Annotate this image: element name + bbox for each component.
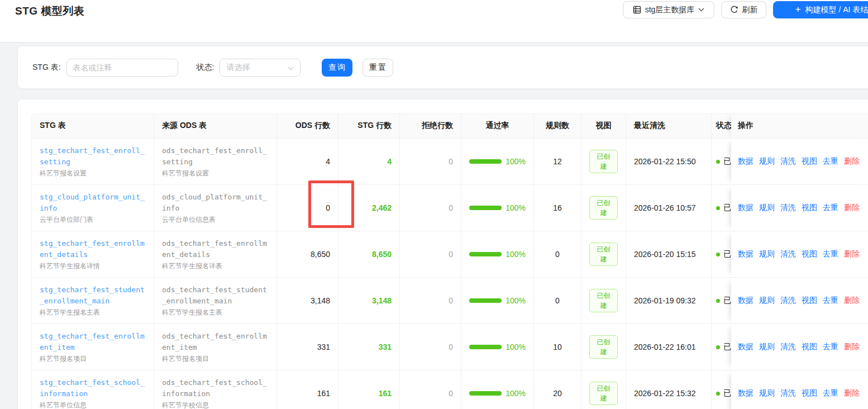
action-clean-link[interactable]: 清洗 [780,388,796,397]
ods-row-count: 3,148 [277,278,338,324]
database-icon [633,6,641,14]
action-data-link[interactable]: 数据 [738,296,753,305]
action-data-link[interactable]: 数据 [738,156,753,165]
database-selector-button[interactable]: stg层主数据库 [623,1,714,18]
action-view-link[interactable]: 视图 [802,342,817,351]
status-text: 已 [723,203,731,212]
col-header-rule-count: 规则数 [534,113,581,139]
table-row: stg_techart_fest_enroll_setting 科艺节报名设置 … [31,139,868,185]
table-card: STG 表 来源 ODS 表 ODS 行数 STG 行数 拒绝行数 通过率 规则… [17,99,868,409]
action-data-link[interactable]: 数据 [738,388,753,397]
stg-row-count: 161 [338,370,400,409]
action-dedupe-link[interactable]: 去重 [823,249,838,258]
action-view-link[interactable]: 视图 [802,156,817,165]
action-rules-link[interactable]: 规则 [759,296,775,305]
last-cleaned-time: 2026-01-19 09:32 [626,278,712,324]
stg-table-comment: 科艺节报名设置 [40,169,146,178]
action-data-link[interactable]: 数据 [738,249,753,258]
stg-row-count: 2,462 [338,185,400,231]
action-delete-link[interactable]: 删除 [844,296,860,305]
action-view-link[interactable]: 视图 [802,388,817,397]
status-text: 已 [723,342,731,351]
col-header-actions: 操作 [731,113,868,139]
action-delete-link[interactable]: 删除 [844,203,860,212]
action-dedupe-link[interactable]: 去重 [823,156,838,165]
action-view-link[interactable]: 视图 [802,203,817,212]
view-created-tag: 已创建 [589,382,618,405]
status-dot-icon [716,253,720,256]
pass-rate-value: 100% [505,157,526,166]
pass-rate: 100% [469,389,526,398]
refresh-label: 刷新 [742,5,758,15]
ods-row-count: 331 [277,324,338,370]
pass-rate-bar [469,252,502,256]
action-dedupe-link[interactable]: 去重 [823,296,838,305]
action-delete-link[interactable]: 删除 [844,342,860,351]
action-clean-link[interactable]: 清洗 [780,203,796,212]
stg-table-comment: 科艺节单位信息 [40,401,146,409]
stg-table-link[interactable]: stg_techart_fest_enroll_setting [40,145,146,168]
actions-cell: 数据规则清洗视图去重删除 [731,139,868,185]
stg-table-comment: 科艺节报名项目 [40,354,146,364]
stg-row-count: 4 [338,139,400,185]
action-dedupe-link[interactable]: 去重 [823,342,838,351]
action-rules-link[interactable]: 规则 [759,388,775,397]
stg-table-link[interactable]: stg_techart_fest_school_information [40,377,146,400]
action-rules-link[interactable]: 规则 [759,342,775,351]
status-select-placeholder: 请选择 [226,63,250,73]
rule-count: 10 [534,324,581,370]
action-dedupe-link[interactable]: 去重 [823,388,838,397]
stg-table-search-input[interactable] [66,59,178,77]
col-header-pass-rate: 通过率 [461,113,534,139]
rule-count: 0 [534,278,581,324]
stg-row-count: 8,650 [338,231,400,278]
ods-table-name: ods_techart_fest_enroll_setting [162,145,268,168]
col-header-stg-table: STG 表 [31,113,154,139]
stg-table-link[interactable]: stg_cloud_platform_unit_info [40,192,146,214]
action-clean-link[interactable]: 清洗 [780,296,796,305]
pass-rate: 100% [469,296,526,305]
status-text: 已 [723,388,731,397]
action-rules-link[interactable]: 规则 [759,156,775,165]
action-view-link[interactable]: 视图 [802,296,817,305]
stg-table-link[interactable]: stg_techart_fest_student_enrollment_main [40,284,146,307]
rule-count: 20 [534,370,581,409]
stg-row-count: 331 [338,324,400,370]
action-view-link[interactable]: 视图 [802,249,817,258]
filter-card: STG 表: 状态: 请选择 查询 重置 [17,46,868,89]
status-text: 已 [723,249,731,258]
chevron-down-icon [698,8,704,12]
search-button[interactable]: 查询 [322,59,352,77]
view-created-tag: 已创建 [589,196,618,220]
action-rules-link[interactable]: 规则 [759,249,775,258]
status-select[interactable]: 请选择 [220,59,301,77]
action-data-link[interactable]: 数据 [738,203,753,212]
reset-button[interactable]: 重置 [363,59,393,77]
actions-cell: 数据规则清洗视图去重删除 [731,185,868,231]
ods-table-comment: 科艺节学校信息 [162,401,269,409]
action-rules-link[interactable]: 规则 [759,203,775,212]
table-scroll-container[interactable]: STG 表 来源 ODS 表 ODS 行数 STG 行数 拒绝行数 通过率 规则… [31,113,868,409]
pass-rate-bar [469,391,502,396]
action-clean-link[interactable]: 清洗 [780,249,796,258]
action-clean-link[interactable]: 清洗 [780,342,796,351]
col-header-view: 视图 [581,113,626,139]
action-delete-link[interactable]: 删除 [844,156,860,165]
status-text: 已 [723,156,731,165]
pass-rate-value: 100% [505,389,526,398]
action-data-link[interactable]: 数据 [738,342,753,351]
refresh-button[interactable]: 刷新 [721,1,766,18]
topbar-buttons: stg层主数据库 刷新 + 构建模型 / AI 表结构创建 [623,1,868,18]
create-model-button[interactable]: + 构建模型 / AI 表结构创建 [773,1,868,18]
action-dedupe-link[interactable]: 去重 [823,203,838,212]
stg-table-link[interactable]: stg_techart_fest_enrollment_item [40,331,146,353]
stg-table-filter-label: STG 表: [32,63,61,73]
pass-rate-bar [469,206,502,210]
action-delete-link[interactable]: 删除 [844,249,860,258]
ods-table-comment: 科艺节报名项目 [162,354,269,364]
action-clean-link[interactable]: 清洗 [780,156,796,165]
stg-table-link[interactable]: stg_techart_fest_enrollment_details [40,238,146,260]
rejected-row-count: 0 [400,231,461,278]
pass-rate: 100% [469,157,526,166]
action-delete-link[interactable]: 删除 [844,388,860,397]
